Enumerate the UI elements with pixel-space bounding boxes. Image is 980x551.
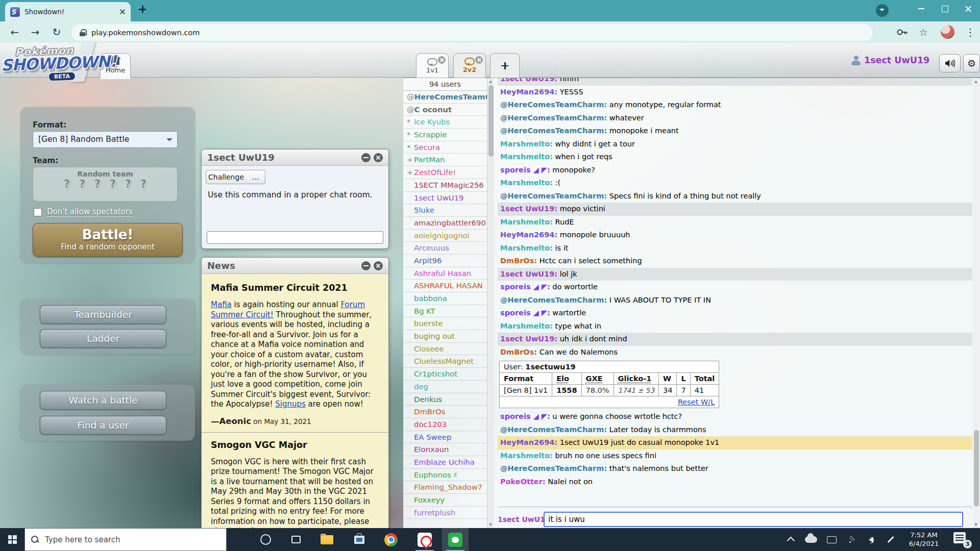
chat-username[interactable]: Marshmelto: bbox=[500, 244, 553, 252]
chrome-button[interactable] bbox=[378, 528, 404, 551]
chat-username[interactable]: Marshmelto: bbox=[500, 140, 553, 148]
chat-username[interactable]: 1sect UwU19: bbox=[500, 270, 557, 278]
user-list-item[interactable]: buging out bbox=[403, 330, 487, 343]
taskbar-search[interactable] bbox=[24, 528, 227, 551]
user-list-item[interactable]: EA Sweep bbox=[403, 431, 487, 444]
close-room-icon[interactable] bbox=[475, 56, 483, 64]
chat-username[interactable]: @HereComesTeamCharm: bbox=[500, 464, 607, 472]
sound-button[interactable] bbox=[939, 54, 961, 72]
pen-button[interactable] bbox=[881, 528, 900, 551]
user-list-item[interactable]: DmBrOs bbox=[403, 406, 487, 418]
minimize-icon[interactable] bbox=[361, 261, 371, 270]
user-count[interactable]: 94 users bbox=[403, 78, 487, 91]
chat-username[interactable]: Marshmelto: bbox=[500, 452, 553, 460]
user-list-item[interactable]: 5luke bbox=[403, 204, 487, 217]
user-list-item[interactable]: Flaming_Shadow7 bbox=[403, 481, 487, 494]
user-list-item[interactable]: CluelessMagnet bbox=[403, 355, 487, 368]
bookmark-star-icon[interactable]: ☆ bbox=[916, 24, 931, 40]
volume-button[interactable] bbox=[860, 528, 879, 551]
ladder-button[interactable]: Ladder bbox=[40, 329, 166, 348]
tray-expand-button[interactable] bbox=[782, 528, 801, 551]
user-list-item[interactable]: amazingbattler690 bbox=[403, 217, 487, 230]
user-list-item[interactable]: deg bbox=[403, 381, 487, 393]
user-list-item[interactable]: doc1203 bbox=[403, 418, 487, 431]
action-center-button[interactable]: 3 bbox=[953, 532, 969, 546]
cortana-button[interactable] bbox=[252, 528, 279, 551]
chat-scrollbar[interactable] bbox=[973, 78, 980, 529]
back-icon[interactable]: ← bbox=[7, 24, 22, 40]
chat-username[interactable]: sporeis ◢ ◤: bbox=[500, 283, 550, 291]
scrollbar-thumb[interactable] bbox=[974, 430, 979, 507]
file-explorer-button[interactable] bbox=[313, 528, 340, 551]
user-list-item[interactable]: aoieignigognoi bbox=[403, 230, 487, 242]
window-close-button[interactable] bbox=[957, 0, 980, 17]
user-list-item[interactable]: Arceuuus bbox=[403, 242, 487, 255]
spectators-option[interactable]: Don't allow spectators bbox=[34, 207, 133, 217]
teambuilder-button[interactable]: Teambuilder bbox=[40, 305, 166, 324]
user-popup-titlebar[interactable]: 1sect UwU19 bbox=[202, 149, 388, 166]
cast-button[interactable] bbox=[822, 528, 841, 551]
scroll-down-icon[interactable] bbox=[974, 523, 977, 527]
team-select[interactable]: Random team ?????? bbox=[33, 167, 178, 202]
user-list-item[interactable]: Ashraful Hasan bbox=[403, 267, 487, 280]
user-list-item[interactable]: ASHRAFUL HASAN bbox=[403, 280, 487, 292]
scroll-up-icon[interactable] bbox=[489, 80, 492, 83]
user-list-item[interactable]: @C oconut bbox=[403, 104, 487, 116]
lock-icon[interactable] bbox=[80, 29, 85, 36]
new-room-button[interactable] bbox=[490, 53, 520, 78]
user-list-item[interactable]: *Scrappie bbox=[403, 129, 487, 141]
chat-username[interactable]: Marshmelto: bbox=[500, 179, 553, 187]
minimize-icon[interactable] bbox=[361, 153, 371, 162]
news-popup-titlebar[interactable]: News bbox=[202, 258, 388, 274]
new-browser-tab-button[interactable] bbox=[139, 6, 146, 13]
showdown-app-button[interactable] bbox=[442, 528, 469, 551]
user-list-item[interactable]: babbona bbox=[403, 292, 487, 305]
challenge-button[interactable]: Challenge bbox=[206, 170, 247, 184]
chat-username[interactable]: sporeis ◢ ◤: bbox=[500, 412, 550, 420]
user-list-item[interactable]: *Ice Kyubs bbox=[403, 116, 487, 129]
chat-username[interactable]: sporeis ◢ ◤: bbox=[500, 166, 550, 174]
store-button[interactable] bbox=[346, 528, 373, 551]
chat-username[interactable]: @HereComesTeamCharm: bbox=[500, 101, 607, 109]
chat-username[interactable]: Marshmelto: bbox=[500, 153, 553, 161]
tab-search-button[interactable] bbox=[876, 4, 889, 17]
watch-battle-button[interactable]: Watch a battle bbox=[40, 391, 166, 410]
user-list-item[interactable]: 1sect UwU19 bbox=[403, 192, 487, 205]
chat-username[interactable]: @HereComesTeamCharm: bbox=[500, 192, 607, 200]
tab-room-2v2[interactable]: 2v2 bbox=[453, 53, 486, 78]
network-button[interactable] bbox=[840, 528, 860, 551]
user-list-item[interactable]: @HereComesTeamCharm bbox=[403, 91, 487, 104]
chat-username[interactable]: HeyMan2694: bbox=[500, 438, 557, 446]
tab-room-1v1[interactable]: 1v1 bbox=[416, 53, 449, 78]
address-bar[interactable]: play.pokemonshowdown.com bbox=[71, 24, 873, 41]
user-list-item[interactable]: +PartMan bbox=[403, 154, 487, 166]
user-list-item[interactable]: 1SECT MMagic256 bbox=[403, 179, 487, 192]
user-list-item[interactable]: Closeee bbox=[403, 343, 487, 356]
news-link[interactable]: Signups bbox=[275, 399, 306, 409]
user-list-item[interactable]: +ZestOfLife! bbox=[403, 166, 487, 179]
popup-command-input[interactable] bbox=[207, 231, 383, 244]
user-list-item[interactable]: Elonxaun bbox=[403, 443, 487, 456]
reset-wl-link[interactable]: Reset W/L bbox=[678, 398, 715, 406]
close-icon[interactable] bbox=[374, 153, 383, 162]
user-list-item[interactable]: Cr1pticshot bbox=[403, 368, 487, 381]
chat-username[interactable]: Marshmelto: bbox=[500, 322, 553, 330]
onedrive-button[interactable] bbox=[801, 528, 821, 551]
user-list-item[interactable]: Foxxeyy bbox=[403, 494, 487, 507]
task-view-button[interactable] bbox=[283, 528, 309, 551]
battle-button[interactable]: Battle! Find a random opponent bbox=[33, 223, 183, 257]
user-list-item[interactable]: furretplush bbox=[403, 507, 487, 519]
chat-username[interactable]: sporeis ◢ ◤: bbox=[500, 309, 550, 317]
close-icon[interactable] bbox=[374, 261, 383, 270]
user-list-item[interactable]: Arpit96 bbox=[403, 255, 487, 267]
spectators-checkbox[interactable] bbox=[34, 208, 42, 216]
window-minimize-button[interactable] bbox=[910, 0, 933, 17]
browser-profile-avatar[interactable] bbox=[941, 25, 954, 39]
chat-username[interactable]: @HereComesTeamCharm: bbox=[500, 425, 607, 434]
user-list-item[interactable]: Euphonos ♯ bbox=[403, 469, 487, 482]
chat-username[interactable]: 1sect UwU19: bbox=[500, 335, 557, 343]
chat-username[interactable]: 1sect UwU19: bbox=[500, 78, 557, 83]
find-user-button[interactable]: Find a user bbox=[40, 416, 166, 435]
chat-username[interactable]: @HereComesTeamCharm: bbox=[500, 114, 607, 122]
chat-username[interactable]: PokeOtter: bbox=[500, 478, 546, 486]
